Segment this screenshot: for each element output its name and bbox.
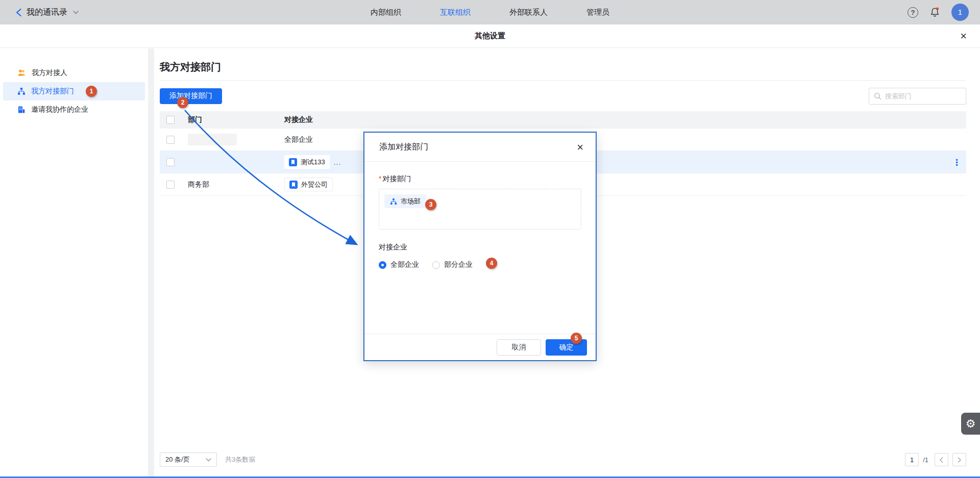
radio-label: 部分企业 — [444, 260, 473, 269]
page-size-value: 20 条/页 — [165, 455, 190, 464]
back-nav[interactable]: 我的通讯录 — [15, 7, 79, 18]
company-icon — [17, 106, 26, 114]
help-icon[interactable]: ? — [908, 7, 918, 18]
redacted-dept-name — [188, 134, 237, 145]
top-bar: 我的通讯录 内部组织 互联组织 外部联系人 管理员 ? 1 — [0, 0, 980, 24]
nav-internal-org[interactable]: 内部组织 — [371, 0, 401, 24]
cancel-button[interactable]: 取消 — [497, 339, 541, 356]
bookmark-icon — [289, 181, 298, 189]
annotation-badge-3: 3 — [425, 199, 436, 210]
row-checkbox[interactable] — [166, 181, 175, 189]
bookmark-icon — [289, 158, 297, 166]
settings-sheet-header: 其他设置 × — [0, 24, 980, 48]
annotation-badge-1: 1 — [86, 86, 97, 97]
nav-admin[interactable]: 管理员 — [586, 0, 609, 24]
modal-footer: 取消 确定 — [364, 334, 596, 360]
next-page-button[interactable] — [952, 453, 966, 466]
radio-label: 全部企业 — [390, 260, 419, 269]
company-scope-radios: 全部企业 部分企业 — [379, 260, 581, 269]
people-icon — [17, 69, 26, 77]
sidebar-item-label: 邀请我协作的企业 — [31, 105, 88, 114]
radio-all-companies[interactable]: 全部企业 — [379, 260, 419, 269]
company-tag-label: 外贸公司 — [301, 180, 328, 189]
sidebar-main-divider — [148, 48, 154, 476]
chevron-down-icon[interactable] — [73, 11, 79, 14]
company-tag-label: 测试133 — [301, 158, 325, 167]
annotation-badge-5: 5 — [571, 333, 582, 344]
page-size-select[interactable]: 20 条/页 — [160, 452, 217, 467]
settings-gear-button[interactable]: ⚙ — [961, 413, 980, 435]
search-icon — [874, 92, 881, 100]
annotation-badge-2: 2 — [177, 97, 188, 108]
settings-sidebar: 我方对接人 我方对接部门 1 邀请我协作的企业 — [0, 48, 148, 476]
chevron-right-icon — [958, 457, 961, 463]
gear-icon: ⚙ — [966, 417, 976, 431]
current-page-box[interactable]: 1 — [905, 453, 919, 466]
page-title: 我方对接部门 — [160, 48, 966, 74]
radio-checked-icon[interactable] — [379, 261, 386, 269]
row-checkbox[interactable] — [166, 136, 175, 144]
dept-field-label: *对接部门 — [379, 174, 581, 184]
dept-picker-area[interactable]: 市场部 — [379, 189, 581, 230]
sidebar-item-label: 我方对接部门 — [31, 87, 74, 96]
modal-header: 添加对接部门 × — [364, 133, 596, 162]
pager-controls: 1 /1 — [905, 453, 966, 466]
annotation-badge-4: 4 — [486, 258, 497, 269]
modal-close-icon[interactable]: × — [577, 133, 583, 162]
sheet-title: 其他设置 — [475, 31, 505, 41]
notification-bell-icon[interactable] — [929, 7, 940, 18]
company-tag[interactable]: 外贸公司 — [284, 178, 333, 191]
radio-partial-companies[interactable]: 部分企业 — [432, 260, 473, 269]
org-tree-icon — [390, 198, 397, 205]
modal-title: 添加对接部门 — [379, 142, 428, 153]
total-pages-text: /1 — [923, 456, 928, 464]
topbar-actions: ? 1 — [908, 0, 969, 24]
app-title: 我的通讯录 — [27, 7, 67, 18]
search-input[interactable] — [885, 92, 961, 100]
dept-cell-text: 商务部 — [188, 180, 209, 189]
title-divider — [160, 80, 966, 81]
nav-connected-org[interactable]: 互联组织 — [440, 0, 471, 24]
add-department-button[interactable]: 添加对接部门 — [160, 88, 222, 104]
main-nav: 内部组织 互联组织 外部联系人 管理员 — [371, 0, 609, 24]
required-asterisk: * — [379, 174, 381, 183]
notification-dot — [936, 7, 939, 10]
radio-unchecked-icon[interactable] — [432, 261, 440, 269]
pagination-bar: 20 条/页 共3条数据 1 /1 — [160, 452, 966, 467]
sidebar-item-our-contacts[interactable]: 我方对接人 — [3, 64, 145, 82]
selected-dept-chip[interactable]: 市场部 — [384, 194, 426, 208]
company-cell-text: 全部企业 — [284, 135, 313, 144]
selected-dept-label: 市场部 — [401, 197, 421, 206]
sidebar-item-label: 我方对接人 — [32, 68, 67, 78]
row-kebab-menu-icon[interactable]: ⋮ — [949, 157, 964, 167]
search-department-box[interactable] — [869, 88, 966, 105]
row-checkbox[interactable] — [166, 158, 175, 166]
table-header-row: 部门 对接企业 — [160, 111, 966, 129]
add-department-modal: 添加对接部门 × *对接部门 市场部 对接企业 全部企业 — [363, 132, 597, 361]
company-tag[interactable]: 测试133 — [284, 155, 330, 169]
select-all-checkbox[interactable] — [166, 116, 175, 124]
prev-page-button[interactable] — [935, 453, 948, 466]
column-header-company: 对接企业 — [277, 115, 966, 124]
toolbar: 添加对接部门 — [160, 88, 966, 104]
sidebar-item-our-departments[interactable]: 我方对接部门 1 — [3, 82, 145, 100]
sheet-close-icon[interactable]: × — [960, 24, 967, 48]
total-count-text: 共3条数据 — [225, 455, 255, 464]
org-tree-icon — [17, 87, 26, 95]
more-companies-ellipsis[interactable]: ... — [334, 158, 341, 166]
nav-external-contacts[interactable]: 外部联系人 — [509, 0, 548, 24]
company-field-label: 对接企业 — [379, 243, 581, 252]
back-icon[interactable] — [15, 8, 22, 17]
chevron-down-icon — [206, 458, 211, 462]
sidebar-item-inviting-companies[interactable]: 邀请我协作的企业 — [3, 100, 145, 119]
column-header-dept: 部门 — [180, 115, 277, 124]
avatar[interactable]: 1 — [951, 4, 969, 21]
chevron-left-icon — [940, 457, 943, 463]
